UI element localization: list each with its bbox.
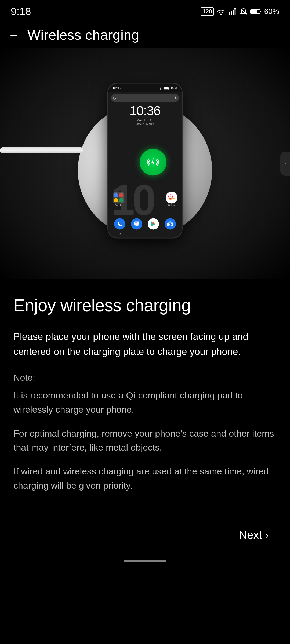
battery-icon (250, 8, 262, 15)
wifi-icon (216, 8, 226, 15)
gallery-label: Gallery (168, 204, 175, 206)
play-store-icon (150, 221, 156, 227)
phone-home-nav: ○ (144, 232, 147, 236)
back-button[interactable]: ← (8, 29, 20, 41)
phone-screen: 10 10:36 Mon, Feb 25 25°C New York (108, 92, 182, 237)
phone-clock-date: Mon, Feb 25 (108, 119, 182, 122)
phone-back-nav: ◁ (119, 232, 122, 236)
charger-cable (0, 147, 83, 153)
note-1: It is recommended to use a Qi-compliant … (13, 388, 277, 416)
svg-rect-14 (164, 87, 168, 89)
phone-wifi-icon (159, 87, 162, 90)
phone-battery-icon (164, 87, 169, 90)
bottom-indicator (0, 554, 290, 570)
phone-app-messages (131, 218, 142, 229)
svg-rect-3 (233, 10, 234, 15)
notification-icon (240, 8, 248, 16)
hz-icon: 120 (201, 7, 214, 16)
phone-clock: 10:36 Mon, Feb 25 25°C New York (108, 103, 182, 125)
page-title: Wireless charging (27, 27, 139, 43)
phone-apps: Google Gallery (108, 192, 182, 206)
phone-weather: 25°C New York (108, 122, 182, 125)
content-headline: Enjoy wireless charging (13, 295, 277, 316)
scroll-indicator: › (280, 152, 290, 176)
hero-image: › 10:36 100% (0, 48, 290, 279)
svg-point-25 (170, 224, 171, 225)
note-label: Note: (13, 372, 277, 383)
svg-point-0 (220, 14, 222, 15)
messages-icon (134, 221, 140, 226)
wireless-charging-icon (145, 154, 161, 170)
phone-app-camera (165, 218, 176, 229)
phone-clock-time: 10:36 (108, 103, 182, 118)
svg-rect-13 (168, 88, 169, 89)
svg-point-19 (170, 196, 171, 197)
signal-icon (228, 8, 237, 15)
next-label: Next (239, 529, 262, 541)
status-bar: 9:18 120 60% (0, 0, 290, 21)
svg-rect-21 (135, 222, 137, 223)
phone-recents-nav: □ (169, 232, 171, 236)
google-folder-label: Google (115, 204, 122, 206)
battery-percent: 60% (264, 7, 279, 16)
phone-status-bar: 10:36 100% (108, 83, 182, 92)
phone-mic-icon (174, 96, 177, 100)
gallery-app: Gallery (166, 192, 177, 206)
phone-status-icons: 100% (159, 87, 177, 90)
google-folder-app: Google (113, 192, 124, 206)
svg-rect-15 (175, 96, 176, 98)
svg-rect-2 (231, 11, 232, 15)
next-button[interactable]: Next › (231, 524, 277, 546)
svg-rect-22 (135, 224, 139, 224)
svg-rect-10 (251, 10, 257, 13)
svg-rect-20 (134, 221, 139, 225)
note-3: If wired and wireless charging are used … (13, 464, 277, 492)
phone-mockup: 10:36 100% 10 (107, 83, 183, 238)
phone-app-play (148, 218, 159, 229)
phone-dock (108, 218, 182, 229)
camera-icon (167, 221, 173, 226)
svg-marker-17 (151, 158, 155, 166)
top-nav: ← Wireless charging (0, 21, 290, 48)
next-button-container: Next › (0, 518, 290, 554)
phone-search-bar (111, 94, 179, 102)
gallery-icon (168, 194, 175, 201)
svg-point-11 (160, 89, 161, 90)
phone-time-display: 10:36 (113, 86, 121, 90)
svg-rect-1 (229, 12, 230, 15)
note-2: For optimal charging, remove your phone'… (13, 426, 277, 455)
wireless-charging-indicator (140, 149, 166, 175)
status-time: 9:18 (11, 6, 31, 17)
phone-battery-percent: 100% (171, 87, 177, 90)
svg-rect-9 (260, 11, 261, 12)
next-chevron-icon: › (265, 530, 269, 541)
phone-google-g (113, 96, 116, 100)
phone-app-phone (114, 218, 125, 229)
content-body: Please place your phone with the screen … (13, 329, 277, 359)
phone-nav-bar: ◁ ○ □ (108, 232, 182, 236)
bottom-home-indicator (124, 560, 166, 562)
status-icons: 120 60% (201, 7, 279, 16)
phone-call-icon (117, 221, 123, 227)
content-section: Enjoy wireless charging Please place you… (0, 279, 290, 518)
